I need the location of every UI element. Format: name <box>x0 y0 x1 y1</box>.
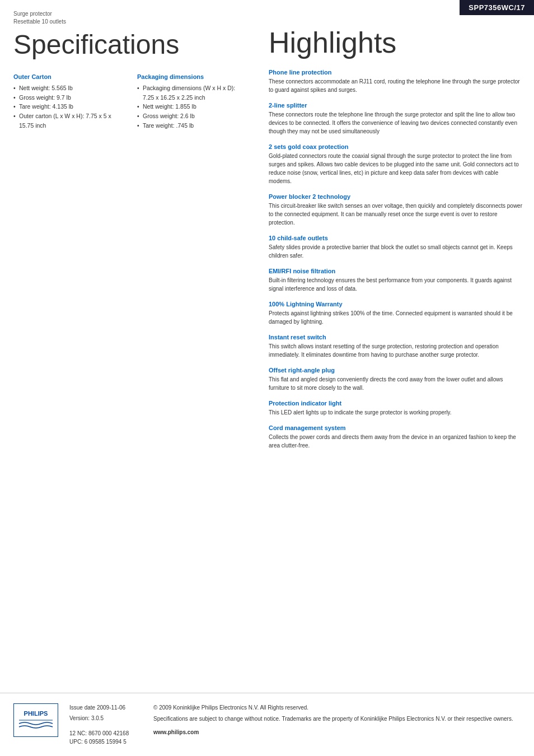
philips-logo: PHILIPS <box>13 703 58 738</box>
highlight-item: Cord management systemCollects the power… <box>269 424 523 450</box>
highlight-desc: This flat and angled design conveniently… <box>269 375 523 392</box>
list-item: Gross weight: 9.7 lb <box>13 93 120 102</box>
packaging-section: Packaging dimensions Packaging dimension… <box>137 73 244 142</box>
page: SPP7356WC/17 Surge protector Resettable … <box>0 0 534 756</box>
website: www.philips.com <box>153 728 521 737</box>
highlight-item: 100% Lightning WarrantyProtects against … <box>269 301 523 326</box>
issue-label: Issue date <box>69 704 95 711</box>
highlight-desc: Collects the power cords and directs the… <box>269 433 523 450</box>
highlight-item: 2 sets gold coax protectionGold-plated c… <box>269 143 523 185</box>
highlight-title: 100% Lightning Warranty <box>269 301 523 307</box>
list-item: Tare weight: .745 lb <box>137 121 244 130</box>
version-value: 3.0.5 <box>91 715 104 721</box>
highlight-desc: These connectors accommodate an RJ11 cor… <box>269 77 523 94</box>
highlight-desc: This circuit-breaker like switch senses … <box>269 202 523 227</box>
highlight-title: Protection indicator light <box>269 400 523 407</box>
highlight-item: Protection indicator lightThis LED alert… <box>269 400 523 417</box>
outer-carton: Outer Carton Nett weight: 5.565 lbGross … <box>13 73 120 130</box>
highlight-desc: Gold-plated connectors route the coaxial… <box>269 152 523 185</box>
outer-carton-title: Outer Carton <box>13 73 120 80</box>
highlight-item: Offset right-angle plugThis flat and ang… <box>269 367 523 392</box>
list-item: Nett weight: 1.855 lb <box>137 102 244 111</box>
highlight-desc: Protects against lightning strikes 100% … <box>269 309 523 326</box>
version-label: Version: <box>69 715 90 721</box>
outer-carton-section: Outer Carton Nett weight: 5.565 lbGross … <box>13 73 120 142</box>
packaging-title: Packaging dimensions <box>137 73 244 80</box>
nc-row: 12 NC: 8670 000 42168 <box>69 729 142 738</box>
upc-row: UPC: 6 09585 15994 5 <box>69 738 142 746</box>
highlight-title: EMI/RFI noise filtration <box>269 268 523 274</box>
left-column: Surge protector Resettable 10 outlets Sp… <box>0 0 257 142</box>
legal-text: Specifications are subject to change wit… <box>153 715 521 724</box>
list-item: Tare weight: 4.135 lb <box>13 102 120 111</box>
svg-text:PHILIPS: PHILIPS <box>24 710 48 717</box>
footer-meta: Issue date 2009-11-06 Version: 3.0.5 12 … <box>69 703 142 746</box>
nc-label: 12 NC: <box>69 730 87 736</box>
list-item: Packaging dimensions (W x H x D): 7.25 x… <box>137 83 244 102</box>
highlight-item: 2-line splitterThese connectors route th… <box>269 102 523 136</box>
right-column: Highlights Phone line protectionThese co… <box>257 0 534 458</box>
issue-date: 2009-11-06 <box>97 704 125 711</box>
packaging-list: Packaging dimensions (W x H x D): 7.25 x… <box>137 83 244 130</box>
list-item: Outer carton (L x W x H): 7.75 x 5 x 15.… <box>13 111 120 130</box>
highlight-desc: Built-in filtering technology ensures th… <box>269 276 523 293</box>
upc-label: UPC: <box>69 739 83 745</box>
specifications-title: Specifications <box>13 30 244 60</box>
highlight-title: 2-line splitter <box>269 102 523 109</box>
copyright: © 2009 Koninklijke Philips Electronics N… <box>153 703 521 712</box>
highlight-desc: This LED alert lights up to indicate the… <box>269 408 523 417</box>
footer-legal: © 2009 Koninklijke Philips Electronics N… <box>153 703 521 737</box>
highlight-item: EMI/RFI noise filtrationBuilt-in filteri… <box>269 268 523 293</box>
highlight-item: Instant reset switchThis switch allows i… <box>269 334 523 359</box>
highlight-title: Instant reset switch <box>269 334 523 340</box>
highlight-item: 10 child-safe outletsSafety slides provi… <box>269 235 523 260</box>
packaging-dimensions: Packaging dimensions Packaging dimension… <box>137 73 244 130</box>
highlight-title: Phone line protection <box>269 69 523 76</box>
product-type: Surge protector Resettable 10 outlets <box>13 10 244 26</box>
outer-carton-list: Nett weight: 5.565 lbGross weight: 9.7 l… <box>13 83 120 130</box>
specs-grid: Outer Carton Nett weight: 5.565 lbGross … <box>13 73 244 142</box>
highlight-item: Phone line protectionThese connectors ac… <box>269 69 523 94</box>
highlight-title: Offset right-angle plug <box>269 367 523 374</box>
highlight-title: 2 sets gold coax protection <box>269 143 523 150</box>
version-row: Version: 3.0.5 <box>69 714 142 722</box>
list-item: Nett weight: 5.565 lb <box>13 83 120 93</box>
highlights-title: Highlights <box>269 27 523 59</box>
highlight-desc: This switch allows instant resetting of … <box>269 342 523 359</box>
footer: PHILIPS Issue date 2009-11-06 Version: 3… <box>0 693 534 756</box>
upc-value: 6 09585 15994 5 <box>85 739 127 745</box>
highlight-title: Cord management system <box>269 424 523 431</box>
highlight-title: Power blocker 2 technology <box>269 193 523 200</box>
nc-value: 8670 000 42168 <box>88 730 129 736</box>
highlight-desc: Safety slides provide a protective barri… <box>269 243 523 260</box>
highlight-title: 10 child-safe outlets <box>269 235 523 241</box>
issue-date-row: Issue date 2009-11-06 <box>69 703 142 712</box>
highlight-item: Power blocker 2 technologyThis circuit-b… <box>269 193 523 227</box>
highlights-list: Phone line protectionThese connectors ac… <box>269 69 523 450</box>
list-item: Gross weight: 2.6 lb <box>137 111 244 121</box>
highlight-desc: These connectors route the telephone lin… <box>269 110 523 136</box>
